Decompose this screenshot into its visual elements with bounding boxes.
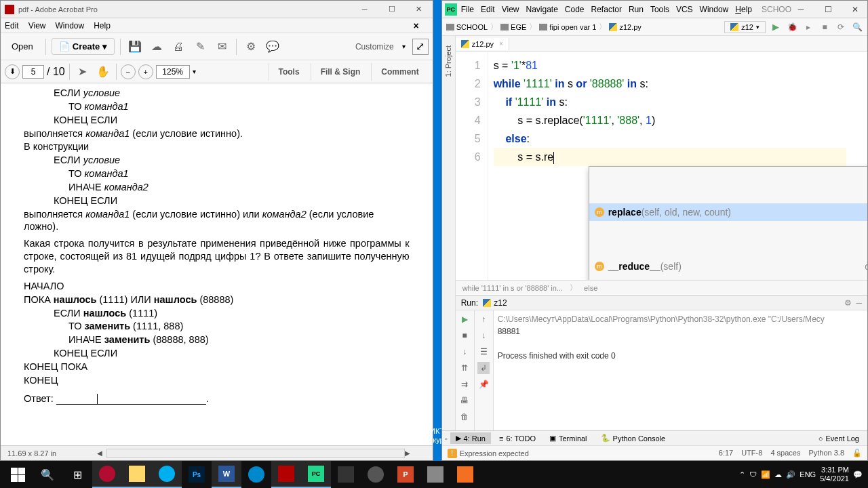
open-button[interactable]: Open bbox=[5, 39, 40, 54]
status-encoding[interactable]: UTF-8 bbox=[741, 449, 762, 458]
debug-button[interactable]: 🐞 bbox=[786, 21, 798, 33]
up-arrow-icon[interactable]: ↑ bbox=[477, 313, 490, 325]
warning-icon[interactable]: ! bbox=[448, 449, 457, 458]
menu-close-icon[interactable]: × bbox=[413, 20, 418, 31]
page-input[interactable] bbox=[22, 65, 44, 79]
tray-clock[interactable]: 3:31 PM 5/4/2021 bbox=[820, 466, 849, 483]
menu-view[interactable]: View bbox=[502, 5, 519, 14]
tab-fill-sign[interactable]: Fill & Sign bbox=[311, 63, 370, 81]
search-icon[interactable]: 🔍 bbox=[851, 21, 863, 33]
tab-comment[interactable]: Comment bbox=[371, 63, 428, 81]
tb-app3[interactable] bbox=[420, 461, 450, 488]
tab-python-console[interactable]: 🐍 Python Console bbox=[595, 432, 671, 444]
menu-vcs[interactable]: VCS bbox=[676, 5, 693, 14]
tray-chevron-icon[interactable]: ⌃ bbox=[739, 470, 745, 479]
minimize-button[interactable]: ─ bbox=[791, 3, 810, 16]
tb-telegram[interactable] bbox=[241, 461, 271, 488]
tb-app2[interactable] bbox=[361, 461, 391, 488]
menu-help[interactable]: Help bbox=[94, 21, 111, 30]
tb-word[interactable]: W bbox=[212, 461, 241, 488]
coverage-icon[interactable]: ▸ bbox=[802, 21, 814, 33]
start-button[interactable] bbox=[3, 461, 33, 488]
tab-z12[interactable]: z12.py× bbox=[456, 38, 509, 50]
tb-explorer[interactable] bbox=[122, 461, 152, 488]
status-lock-icon[interactable]: 🔓 bbox=[852, 449, 862, 458]
tb-powerpoint[interactable]: P bbox=[391, 461, 420, 488]
menu-window[interactable]: Window bbox=[55, 21, 84, 30]
tb-app1[interactable] bbox=[331, 461, 361, 488]
zoom-input[interactable] bbox=[156, 65, 190, 79]
tb-photoshop[interactable]: Ps bbox=[182, 461, 212, 488]
task-view-icon[interactable]: ⊞ bbox=[62, 461, 92, 488]
run-button[interactable]: ▶ bbox=[770, 21, 782, 33]
tray-network-icon[interactable]: 📶 bbox=[761, 470, 770, 479]
page-down-icon[interactable]: ⬇ bbox=[5, 64, 20, 79]
stop-icon[interactable]: ■ bbox=[458, 329, 471, 342]
down-icon[interactable]: ↓ bbox=[458, 346, 471, 358]
menu-navigate[interactable]: Navigate bbox=[526, 5, 557, 14]
cloud-icon[interactable]: ☁ bbox=[148, 38, 165, 56]
bc-school[interactable]: SCHOOL bbox=[446, 23, 488, 31]
trash-icon[interactable]: 🗑 bbox=[458, 411, 471, 423]
status-python[interactable]: Python 3.8 bbox=[808, 449, 844, 458]
close-button[interactable]: ✕ bbox=[410, 3, 429, 16]
up-icon[interactable]: ⇈ bbox=[458, 362, 471, 374]
suggest-reduce[interactable]: m__reduce__(self)object bbox=[589, 258, 867, 275]
tab-run[interactable]: ▶ 4: Run bbox=[450, 432, 491, 444]
tray-cloud-icon[interactable]: ☁ bbox=[774, 470, 782, 479]
bc-fipi[interactable]: fipi open var 1 bbox=[539, 23, 596, 31]
status-position[interactable]: 6:17 bbox=[719, 449, 733, 458]
tray-volume-icon[interactable]: 🔊 bbox=[786, 470, 795, 479]
tab-tools[interactable]: Tools bbox=[269, 63, 309, 81]
scrollbar-h[interactable] bbox=[106, 449, 405, 458]
comment-icon[interactable]: 💬 bbox=[264, 38, 281, 56]
menu-help[interactable]: Help bbox=[735, 5, 752, 14]
menu-window[interactable]: Window bbox=[700, 5, 729, 14]
tab-todo[interactable]: ≡ 6: TODO bbox=[494, 433, 541, 444]
code-editor[interactable]: 123456 s = '1'*81 while '1111' in s or '… bbox=[456, 52, 867, 280]
expand-icon[interactable]: ⤢ bbox=[412, 39, 429, 55]
zoom-in-icon[interactable]: + bbox=[138, 64, 153, 79]
status-indent[interactable]: 4 spaces bbox=[770, 449, 800, 458]
print-icon[interactable]: 🖶 bbox=[458, 394, 471, 407]
pointer-icon[interactable]: ➤ bbox=[74, 63, 92, 81]
autocomplete-popup[interactable]: mreplace(self, old, new, count)str m__re… bbox=[589, 166, 867, 280]
tray-shield-icon[interactable]: 🛡 bbox=[749, 470, 757, 479]
suggest-replace[interactable]: mreplace(self, old, new, count)str bbox=[589, 203, 867, 221]
rerun-icon[interactable]: ▶ bbox=[458, 313, 471, 325]
minimize-button[interactable]: ─ bbox=[355, 3, 374, 16]
tb-acrobat[interactable] bbox=[271, 461, 301, 488]
run-config-selector[interactable]: z12 ▾ bbox=[724, 21, 766, 33]
mail-icon[interactable]: ✉ bbox=[213, 38, 231, 56]
menu-view[interactable]: View bbox=[28, 21, 46, 30]
menu-run[interactable]: Run bbox=[629, 5, 644, 14]
scroll-right-icon[interactable]: ▶ bbox=[405, 449, 414, 457]
zoom-out-icon[interactable]: − bbox=[121, 64, 136, 79]
bc-ege[interactable]: EGE bbox=[500, 23, 526, 31]
pin-icon[interactable]: 📌 bbox=[477, 378, 490, 390]
hand-icon[interactable]: ✋ bbox=[94, 63, 112, 81]
tb-skype[interactable] bbox=[152, 461, 182, 488]
bc-file[interactable]: z12.py bbox=[609, 23, 641, 31]
create-button[interactable]: 📄 Create ▾ bbox=[52, 38, 115, 55]
menu-tools[interactable]: Tools bbox=[650, 5, 669, 14]
wrap-icon[interactable]: ⇉ bbox=[458, 378, 471, 390]
stop-icon[interactable]: ■ bbox=[818, 21, 831, 33]
tb-pycharm[interactable]: PC bbox=[301, 461, 331, 488]
run-output[interactable]: C:\Users\Месут\AppData\Local\Programs\Py… bbox=[494, 310, 867, 430]
update-icon[interactable]: ⟳ bbox=[835, 21, 847, 33]
code-area[interactable]: s = '1'*81 while '1111' in s or '88888' … bbox=[488, 52, 852, 280]
tray-notifications-icon[interactable]: 💬 bbox=[853, 470, 863, 479]
down-arrow-icon[interactable]: ↓ bbox=[477, 329, 490, 342]
tray-lang[interactable]: ENG bbox=[800, 470, 816, 479]
customize-button[interactable]: Customize bbox=[351, 41, 398, 53]
scroll-icon[interactable]: ☰ bbox=[477, 346, 490, 358]
menu-file[interactable]: File bbox=[461, 5, 474, 14]
gear-icon[interactable]: ⚙ bbox=[844, 298, 852, 308]
tab-project[interactable]: 1: Project bbox=[444, 43, 452, 79]
acrobat-document[interactable]: ЕСЛИ условие ТО команда1 КОНЕЦ ЕСЛИ выпо… bbox=[1, 83, 433, 445]
scroll-left-icon[interactable]: ◀ bbox=[97, 449, 106, 457]
edit-icon[interactable]: ✎ bbox=[191, 38, 209, 56]
tab-event-log[interactable]: ○ Event Log bbox=[813, 433, 865, 444]
tb-app4[interactable] bbox=[450, 461, 480, 488]
